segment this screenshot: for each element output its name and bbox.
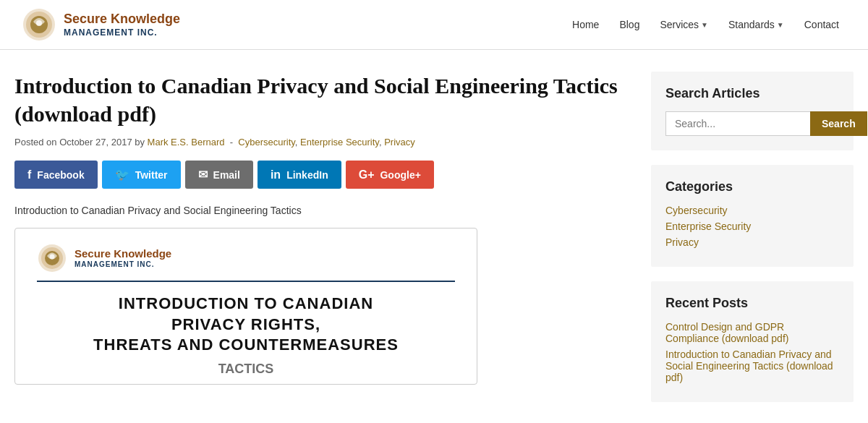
category-enterprise-security[interactable]: Enterprise Security — [665, 221, 839, 232]
recent-posts-section: Recent Posts Control Design and GDPR Com… — [651, 281, 854, 402]
meta-prefix: Posted on October 27, 2017 by — [14, 137, 148, 148]
recent-posts-title: Recent Posts — [665, 296, 839, 311]
linkedin-icon: in — [271, 168, 281, 181]
logo-area: Secure Knowledge MANAGEMENT INC. — [22, 7, 180, 42]
doc-preview: Secure Knowledge MANAGEMENT INC. INTRODU… — [14, 228, 477, 385]
svg-point-3 — [36, 20, 42, 26]
twitter-label: Twitter — [135, 169, 168, 181]
linkedin-label: LinkedIn — [286, 169, 328, 181]
category-privacy[interactable]: Privacy — [665, 236, 839, 248]
social-buttons: f Facebook 🐦 Twitter ✉ Email in LinkedIn… — [14, 161, 622, 189]
doc-logo-area: Secure Knowledge MANAGEMENT INC. — [37, 243, 455, 273]
recent-post-1[interactable]: Control Design and GDPR Compliance (down… — [665, 321, 839, 344]
doc-subtitle: TACTICS — [37, 362, 455, 377]
article-meta: Posted on October 27, 2017 by Mark E.S. … — [14, 137, 622, 148]
recent-post-2[interactable]: Introduction to Canadian Privacy and Soc… — [665, 349, 839, 383]
email-label: Email — [213, 169, 240, 181]
facebook-icon: f — [27, 168, 31, 181]
categories-section: Categories Cybersecurity Enterprise Secu… — [651, 165, 854, 267]
doc-logo-icon — [37, 243, 67, 273]
email-icon: ✉ — [198, 168, 208, 181]
doc-divider — [37, 281, 455, 282]
logo-text: Secure Knowledge MANAGEMENT INC. — [64, 12, 180, 38]
doc-logo-subtitle: MANAGEMENT INC. — [75, 260, 171, 269]
category-cybersecurity[interactable]: Cybersecurity — [665, 205, 839, 216]
nav-blog[interactable]: Blog — [612, 14, 647, 35]
search-button[interactable]: Search — [810, 111, 867, 136]
search-section: Search Articles Search — [651, 72, 854, 150]
nav-home[interactable]: Home — [565, 14, 606, 35]
nav-contact[interactable]: Contact — [797, 14, 846, 35]
nav-services[interactable]: Services ▼ — [652, 14, 715, 35]
category-link-privacy[interactable]: Privacy — [384, 137, 415, 148]
facebook-label: Facebook — [37, 169, 84, 181]
logo-icon — [22, 7, 56, 42]
services-dropdown-icon: ▼ — [701, 21, 708, 29]
content-area: Introduction to Canadian Privacy and Soc… — [14, 72, 622, 416]
share-facebook-button[interactable]: f Facebook — [14, 161, 98, 189]
doc-preview-inner: Secure Knowledge MANAGEMENT INC. INTRODU… — [15, 228, 477, 384]
doc-logo-title: Secure Knowledge — [75, 247, 171, 260]
logo-title: Secure Knowledge — [64, 12, 180, 27]
site-header: Secure Knowledge MANAGEMENT INC. Home Bl… — [0, 0, 868, 50]
share-googleplus-button[interactable]: G+ Google+ — [346, 161, 434, 189]
doc-logo-text: Secure Knowledge MANAGEMENT INC. — [75, 247, 171, 269]
categories-title: Categories — [665, 179, 839, 195]
doc-main-title: INTRODUCTION TO CANADIANPRIVACY RIGHTS,T… — [37, 294, 455, 356]
twitter-icon: 🐦 — [115, 168, 129, 181]
category-link-enterprise-security[interactable]: Enterprise Security — [300, 137, 379, 148]
standards-dropdown-icon: ▼ — [777, 21, 784, 29]
googleplus-icon: G+ — [359, 168, 375, 181]
article-title: Introduction to Canadian Privacy and Soc… — [14, 72, 622, 128]
search-row: Search — [665, 111, 839, 136]
googleplus-label: Google+ — [380, 169, 420, 181]
logo-subtitle: MANAGEMENT INC. — [64, 27, 180, 38]
sidebar: Search Articles Search Categories Cybers… — [651, 72, 854, 416]
svg-point-7 — [50, 255, 55, 260]
share-linkedin-button[interactable]: in LinkedIn — [258, 161, 341, 189]
share-twitter-button[interactable]: 🐦 Twitter — [102, 161, 181, 189]
search-input[interactable] — [665, 111, 810, 136]
author-link[interactable]: Mark E.S. Bernard — [148, 137, 225, 148]
main-nav: Home Blog Services ▼ Standards ▼ Contact — [565, 14, 846, 35]
nav-standards[interactable]: Standards ▼ — [721, 14, 791, 35]
search-section-title: Search Articles — [665, 86, 839, 101]
article-intro: Introduction to Canadian Privacy and Soc… — [14, 205, 622, 216]
category-link-cybersecurity[interactable]: Cybersecurity — [238, 137, 295, 148]
share-email-button[interactable]: ✉ Email — [185, 161, 253, 189]
main-layout: Introduction to Canadian Privacy and Soc… — [0, 50, 868, 423]
